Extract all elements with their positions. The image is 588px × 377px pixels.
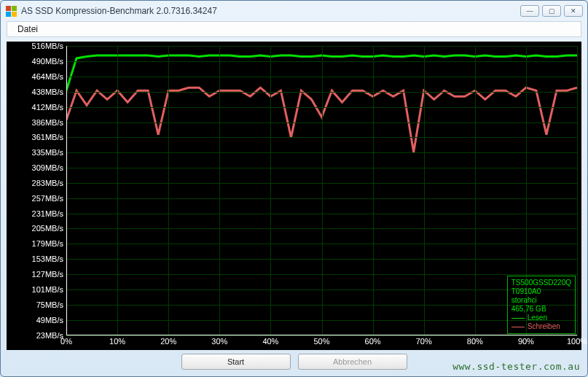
x-tick-label: 60% [365,337,381,346]
window-controls: — ▢ ✕ [520,5,583,17]
footer: Start Abbrechen www.ssd-tester.com.au [1,351,587,376]
x-tick-label: 50% [313,337,329,346]
legend-firmware: T0910A0 [511,287,571,296]
x-tick-label: 40% [262,337,278,346]
legend-device: TS500GSSD220Q [511,279,571,287]
minimize-button[interactable]: — [520,5,539,17]
y-tick-label: 101MB/s [32,285,63,294]
y-tick-label: 179MB/s [32,239,63,248]
start-button[interactable]: Start [181,354,291,370]
legend-capacity: 465,76 GB [511,305,571,314]
close-button[interactable]: ✕ [564,5,583,17]
y-tick-label: 464MB/s [32,72,63,81]
window-title: AS SSD Kompression-Benchmark 2.0.7316.34… [21,6,520,16]
x-tick-label: 70% [416,337,432,346]
chart-area: TS500GSSD220Q T0910A0 storahci 465,76 GB… [7,42,581,350]
x-tick-label: 10% [109,337,125,346]
x-tick-label: 0% [60,337,72,346]
x-tick-label: 20% [160,337,176,346]
legend-write-label: Schreiben [528,322,560,331]
y-tick-label: 257MB/s [32,194,63,203]
y-tick-label: 127MB/s [32,270,63,279]
titlebar: AS SSD Kompression-Benchmark 2.0.7316.34… [1,1,587,21]
abort-button[interactable]: Abbrechen [298,354,407,370]
y-tick-label: 490MB/s [32,57,63,66]
plot-area [66,46,577,335]
menubar: Datei [7,21,581,37]
menu-file[interactable]: Datei [13,23,42,36]
app-icon [5,5,17,17]
y-tick-label: 438MB/s [32,88,63,96]
legend-driver: storahci [511,296,571,305]
maximize-button[interactable]: ▢ [542,5,561,17]
app-window: AS SSD Kompression-Benchmark 2.0.7316.34… [0,0,588,377]
y-tick-label: 75MB/s [36,300,63,309]
y-tick-label: 335MB/s [32,148,63,157]
y-tick-label: 231MB/s [32,209,63,218]
x-tick-label: 90% [518,337,534,346]
x-tick-label: 80% [467,337,483,346]
legend-read-row: Lesen [511,314,571,322]
legend-write-row: Schreiben [511,322,571,331]
y-tick-label: 49MB/s [36,316,63,324]
x-tick-label: 30% [211,337,227,346]
legend-read-label: Lesen [528,314,547,322]
y-tick-label: 361MB/s [32,133,63,141]
y-tick-label: 309MB/s [32,163,63,172]
y-tick-label: 516MB/s [32,42,63,50]
y-tick-label: 386MB/s [32,118,63,127]
y-tick-label: 153MB/s [32,254,63,263]
y-tick-label: 205MB/s [32,224,63,233]
legend-read-swatch [511,318,525,319]
x-tick-label: 100% [567,337,587,346]
y-tick-label: 412MB/s [32,103,63,112]
legend-box: TS500GSSD220Q T0910A0 storahci 465,76 GB… [507,276,576,334]
watermark: www.ssd-tester.com.au [452,361,580,372]
y-tick-label: 283MB/s [32,179,63,187]
legend-write-swatch [511,327,525,327]
y-tick-label: 23MB/s [36,331,63,340]
